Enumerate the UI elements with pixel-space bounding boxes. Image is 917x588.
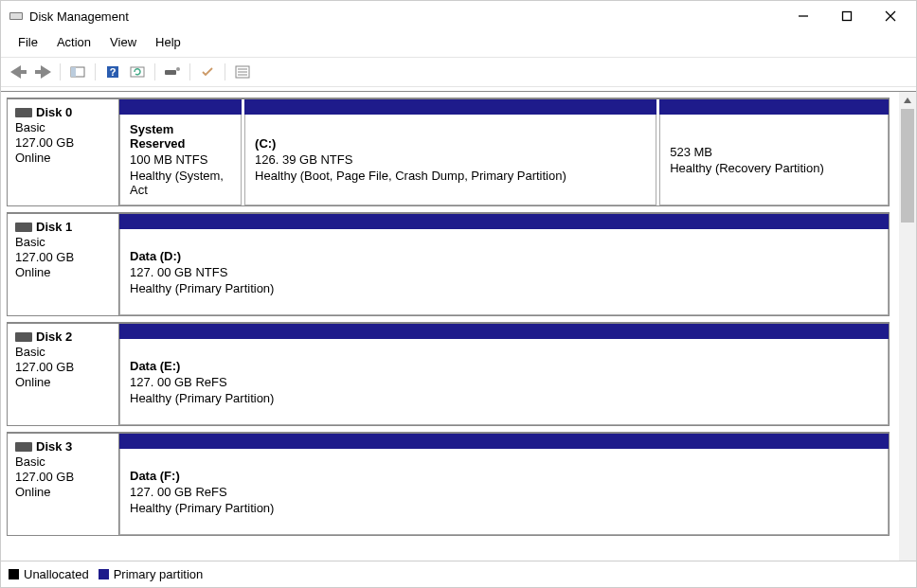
partition-title: Data (E:) xyxy=(130,359,878,373)
partitions: Data (D:)127. 00 GB NTFSHealthy (Primary… xyxy=(119,214,889,315)
disk-type: Basic xyxy=(15,120,111,134)
toolbar-separator xyxy=(189,63,190,80)
legend-unallocated: Unallocated xyxy=(9,567,89,581)
partition-size: 127. 00 GB ReFS xyxy=(130,485,878,499)
partition-title: Data (D:) xyxy=(130,249,878,263)
disk-list-panel: Disk 0Basic127.00 GBOnlineSystem Reserve… xyxy=(1,92,899,561)
partition[interactable]: (C:)126. 39 GB NTFSHealthy (Boot, Page F… xyxy=(244,115,656,205)
partition-health: Healthy (Recovery Partition) xyxy=(670,161,878,175)
disk-size: 127.00 GB xyxy=(15,135,111,150)
disk-management-window: Disk Management File Action View Help ? xyxy=(0,0,917,588)
show-hide-console-icon[interactable] xyxy=(68,62,87,81)
partition-health: Healthy (Boot, Page File, Crash Dump, Pr… xyxy=(255,169,646,183)
scroll-up-icon[interactable] xyxy=(899,92,916,109)
disk-info[interactable]: Disk 3Basic127.00 GBOnline xyxy=(8,434,119,535)
scroll-thumb[interactable] xyxy=(901,109,914,223)
disk-type: Basic xyxy=(15,235,111,249)
toolbar-separator xyxy=(154,63,155,80)
primary-swatch-icon xyxy=(99,569,109,579)
partitions: Data (E:)127. 00 GB ReFSHealthy (Primary… xyxy=(119,324,889,425)
app-icon xyxy=(9,9,24,24)
titlebar[interactable]: Disk Management xyxy=(1,1,916,31)
partition[interactable]: System Reserved100 MB NTFSHealthy (Syste… xyxy=(119,115,242,205)
partition-health: Healthy (Primary Partition) xyxy=(130,391,878,405)
settings-icon[interactable] xyxy=(163,62,182,81)
disk-row[interactable]: Disk 1Basic127.00 GBOnlineData (D:)127. … xyxy=(7,212,890,316)
partition-bar[interactable] xyxy=(119,99,242,115)
menu-help[interactable]: Help xyxy=(146,33,190,51)
disk-type: Basic xyxy=(15,454,111,469)
disk-name: Disk 3 xyxy=(36,439,72,454)
disk-size: 127.00 GB xyxy=(15,470,111,484)
partition-health: Healthy (Primary Partition) xyxy=(130,281,878,295)
svg-rect-3 xyxy=(843,12,852,21)
disk-info[interactable]: Disk 1Basic127.00 GBOnline xyxy=(8,214,119,315)
svg-rect-7 xyxy=(71,67,76,77)
menu-view[interactable]: View xyxy=(100,33,146,51)
disk-icon xyxy=(15,442,32,452)
toolbar: ? xyxy=(1,57,916,87)
svg-rect-11 xyxy=(165,70,176,75)
partitions: Data (F:)127. 00 GB ReFSHealthy (Primary… xyxy=(119,434,889,535)
help-icon[interactable]: ? xyxy=(103,62,122,81)
disk-row[interactable]: Disk 0Basic127.00 GBOnlineSystem Reserve… xyxy=(7,98,890,206)
partition-bar[interactable] xyxy=(244,99,656,115)
disk-icon xyxy=(15,108,32,117)
check-icon[interactable] xyxy=(198,62,217,81)
disk-row[interactable]: Disk 2Basic127.00 GBOnlineData (E:)127. … xyxy=(7,322,890,426)
partition-bar[interactable] xyxy=(119,214,889,229)
minimize-button[interactable] xyxy=(782,1,825,31)
legend-primary-label: Primary partition xyxy=(114,567,204,581)
disk-info[interactable]: Disk 2Basic127.00 GBOnline xyxy=(8,324,119,425)
partition[interactable]: Data (D:)127. 00 GB NTFSHealthy (Primary… xyxy=(119,229,889,315)
disk-status: Online xyxy=(15,485,111,499)
svg-rect-1 xyxy=(10,13,22,19)
close-button[interactable] xyxy=(869,1,912,31)
window-title: Disk Management xyxy=(29,9,782,24)
partition-title: System Reserved xyxy=(130,122,231,151)
svg-text:?: ? xyxy=(110,66,117,78)
unallocated-swatch-icon xyxy=(9,569,19,579)
toolbar-separator xyxy=(95,63,96,80)
partition-size: 127. 00 GB ReFS xyxy=(130,375,878,389)
disk-info[interactable]: Disk 0Basic127.00 GBOnline xyxy=(8,99,119,205)
disk-row[interactable]: Disk 3Basic127.00 GBOnlineData (F:)127. … xyxy=(7,432,890,536)
partition-title: (C:) xyxy=(255,136,646,151)
back-button[interactable] xyxy=(9,62,27,81)
legend: Unallocated Primary partition xyxy=(1,561,916,587)
partition-size: 126. 39 GB NTFS xyxy=(255,152,646,167)
legend-unallocated-label: Unallocated xyxy=(24,567,89,581)
partition[interactable]: Data (F:)127. 00 GB ReFSHealthy (Primary… xyxy=(119,449,889,535)
partition-size: 523 MB xyxy=(670,145,878,159)
maximize-button[interactable] xyxy=(825,1,869,31)
menubar: File Action View Help xyxy=(1,31,916,57)
disk-name: Disk 1 xyxy=(36,220,72,234)
disk-size: 127.00 GB xyxy=(15,250,111,264)
legend-primary: Primary partition xyxy=(99,567,204,581)
partition-size: 127. 00 GB NTFS xyxy=(130,265,878,279)
partition-size: 100 MB NTFS xyxy=(130,152,231,167)
partition-health: Healthy (Primary Partition) xyxy=(130,501,878,515)
list-icon[interactable] xyxy=(233,62,252,81)
partition[interactable]: Data (E:)127. 00 GB ReFSHealthy (Primary… xyxy=(119,339,889,425)
refresh-icon[interactable] xyxy=(128,62,147,81)
disk-type: Basic xyxy=(15,345,111,359)
disk-icon xyxy=(15,223,32,232)
vertical-scrollbar[interactable] xyxy=(899,92,916,561)
partitions: System Reserved100 MB NTFSHealthy (Syste… xyxy=(119,99,889,205)
disk-name: Disk 2 xyxy=(36,330,72,344)
partition-title: Data (F:) xyxy=(130,469,878,483)
disk-name: Disk 0 xyxy=(36,105,72,119)
partition-bar[interactable] xyxy=(119,434,889,449)
forward-button[interactable] xyxy=(33,62,52,81)
partition-bar[interactable] xyxy=(659,99,889,115)
partition[interactable]: 523 MBHealthy (Recovery Partition) xyxy=(659,115,889,205)
partition-bar[interactable] xyxy=(119,324,889,339)
disk-status: Online xyxy=(15,375,111,389)
toolbar-separator xyxy=(60,63,61,80)
disk-status: Online xyxy=(15,265,111,279)
menu-action[interactable]: Action xyxy=(47,33,100,51)
disk-status: Online xyxy=(15,151,111,165)
menu-file[interactable]: File xyxy=(9,33,47,51)
disk-icon xyxy=(15,332,32,342)
